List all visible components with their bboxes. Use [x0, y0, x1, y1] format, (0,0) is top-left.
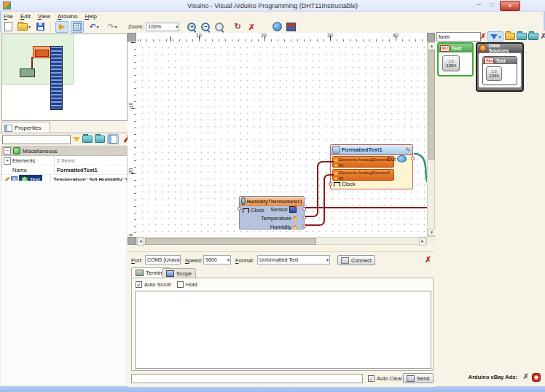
connect-button[interactable]: Connect: [337, 255, 375, 265]
redo-button[interactable]: ↷▾: [104, 22, 120, 32]
menu-arduino[interactable]: Arduino: [58, 13, 78, 20]
vertical-scrollbar[interactable]: ▲ ▼: [427, 42, 435, 237]
auto-scroll-option[interactable]: ✓ Auto Scroll: [136, 281, 170, 288]
analog-element1[interactable]: Elements AnalogElement1 In: [332, 156, 394, 168]
sensor-pin[interactable]: Sensor: [270, 206, 297, 213]
overview-minimap[interactable]: [1, 34, 128, 121]
category-folder-icon[interactable]: [505, 33, 515, 40]
expand-folders-icon[interactable]: [517, 33, 527, 40]
formatted-text-component-icon[interactable]: 1.0 1234: [486, 66, 502, 81]
clock-pin-connector[interactable]: [238, 207, 241, 211]
property-name: Name: [2, 165, 55, 174]
auto-scroll-checkbox[interactable]: ✓: [136, 281, 142, 288]
close-button[interactable]: ×: [500, 1, 520, 11]
menu-file[interactable]: File: [4, 13, 13, 20]
tab-properties[interactable]: Properties: [1, 122, 50, 133]
tools-icon[interactable]: ✗: [540, 33, 545, 40]
filter-funnel-icon[interactable]: [73, 137, 80, 142]
sensor-pin-connector[interactable]: [302, 207, 306, 211]
humidity-pin-connector[interactable]: [302, 224, 306, 228]
hold-checkbox[interactable]: [177, 281, 184, 288]
data-sources-header[interactable]: Data Sources: [477, 44, 522, 52]
speed-value: 9600: [205, 257, 217, 262]
edit-pencil-icon[interactable]: ✎: [405, 146, 411, 154]
formatted-text1-block[interactable]: FormattedText1 ✎ Elements AnalogElement1…: [330, 144, 413, 189]
design-canvas[interactable]: FormattedText1 ✎ Elements AnalogElement1…: [136, 42, 427, 237]
out-pin-connector[interactable]: [411, 157, 415, 160]
property-category-row[interactable]: − Miscellaneous: [2, 146, 127, 156]
minimize-button[interactable]: ─: [472, 1, 485, 9]
port-select[interactable]: COM5 (Unava ▾: [145, 255, 181, 264]
categorized-icon: [109, 135, 117, 144]
data-sources-group[interactable]: Data Sources Abc Text 1.0 1234: [476, 42, 524, 92]
clear-search-icon[interactable]: ✗: [480, 33, 486, 40]
zoom-select[interactable]: 100%▾: [146, 23, 179, 31]
minimap-viewport[interactable]: [2, 34, 74, 85]
analog-element2[interactable]: Elements AnalogElement2 In: [332, 169, 394, 181]
format-select[interactable]: Unformatted Text ▾: [257, 255, 330, 264]
scroll-right-button[interactable]: ►: [419, 238, 426, 246]
speed-select[interactable]: 9600 ▾: [203, 255, 231, 264]
filter-button[interactable]: ▾: [487, 31, 503, 42]
save-project-button[interactable]: [34, 22, 46, 32]
horizontal-scrollbar[interactable]: ◄ ►: [136, 237, 427, 245]
expand-all-icon[interactable]: [82, 136, 93, 143]
element2-in-pin[interactable]: In: [339, 176, 343, 181]
collapse-box-icon[interactable]: −: [4, 147, 11, 154]
out-wire[interactable]: [414, 154, 427, 182]
refresh-button[interactable]: ↻: [232, 22, 243, 32]
auto-clear-option[interactable]: ✓ Auto Clear: [368, 375, 402, 382]
hold-option[interactable]: Hold: [177, 281, 197, 288]
zoom-reset-button[interactable]: [213, 22, 225, 32]
formatted-text1-header[interactable]: FormattedText1 ✎: [331, 145, 412, 155]
formatted-text-component-icon[interactable]: 1.0 1234: [442, 55, 460, 71]
horizontal-scroll-thumb[interactable]: [145, 238, 316, 245]
open-folder-icon: [17, 23, 28, 31]
new-project-button[interactable]: [2, 22, 14, 32]
auto-clear-checkbox[interactable]: ✓: [368, 375, 375, 382]
temperature-pin[interactable]: Temperature: [261, 215, 297, 222]
undo-button[interactable]: ↶▾: [86, 22, 102, 32]
terminal-output[interactable]: [135, 291, 431, 369]
property-row-name[interactable]: Name FormattedText1: [2, 165, 127, 175]
properties-filter-input[interactable]: [2, 135, 71, 144]
clock-pin-connector[interactable]: [329, 182, 332, 186]
menu-view[interactable]: View: [38, 13, 50, 20]
tab-scope[interactable]: Scope: [162, 268, 196, 278]
open-project-button[interactable]: ▾: [16, 22, 32, 32]
humidity-thermometer1-block[interactable]: HumidityThermometer1 Clock Sensor Temper…: [239, 196, 305, 230]
send-button[interactable]: Send: [403, 373, 434, 383]
thermometer-clock-pin[interactable]: Clock: [243, 207, 264, 213]
maximize-button[interactable]: □: [485, 1, 498, 9]
toggle-grid-button[interactable]: [71, 21, 84, 33]
temperature-pin-connector[interactable]: [302, 216, 306, 219]
delete-button[interactable]: ✗: [246, 22, 257, 32]
ebay-ad-icon[interactable]: [532, 373, 541, 382]
search-result-component[interactable]: Abc Text 1.0 1234: [437, 42, 474, 77]
upload-button[interactable]: [285, 22, 297, 32]
web-button[interactable]: [271, 22, 283, 32]
icon-text: 1234: [489, 74, 498, 78]
send-message-input[interactable]: [131, 374, 363, 383]
collapse-folders-icon[interactable]: [528, 33, 538, 40]
element1-in-pin[interactable]: In: [339, 162, 343, 168]
formatted-text1-clock-pin[interactable]: Clock: [334, 181, 356, 187]
menu-edit[interactable]: Edit: [20, 13, 31, 20]
property-row-elements[interactable]: + Elements 2 Items: [2, 156, 127, 165]
menu-help[interactable]: Help: [85, 13, 97, 20]
expand-box-icon[interactable]: +: [4, 157, 11, 165]
categorized-view-button[interactable]: [107, 134, 119, 144]
close-ads-icon[interactable]: ✗: [523, 373, 529, 380]
data-sources-text-component[interactable]: Abc Text 1.0 1234: [482, 56, 517, 85]
toggle-pins-button[interactable]: [55, 21, 68, 33]
humidity-pin[interactable]: Humidity: [270, 224, 297, 230]
formatted-text1-out-pin[interactable]: Out: [387, 155, 407, 162]
collapse-all-icon[interactable]: [95, 136, 105, 143]
zoom-out-button[interactable]: −: [200, 22, 211, 32]
component-search-input[interactable]: [436, 32, 481, 42]
scroll-left-button[interactable]: ◄: [137, 238, 144, 246]
ads-label: Arduino eBay Ads:: [468, 374, 517, 380]
zoom-in-button[interactable]: +: [186, 22, 197, 32]
vertical-scroll-thumb[interactable]: [428, 50, 435, 160]
close-serial-icon[interactable]: ✗: [425, 256, 431, 263]
